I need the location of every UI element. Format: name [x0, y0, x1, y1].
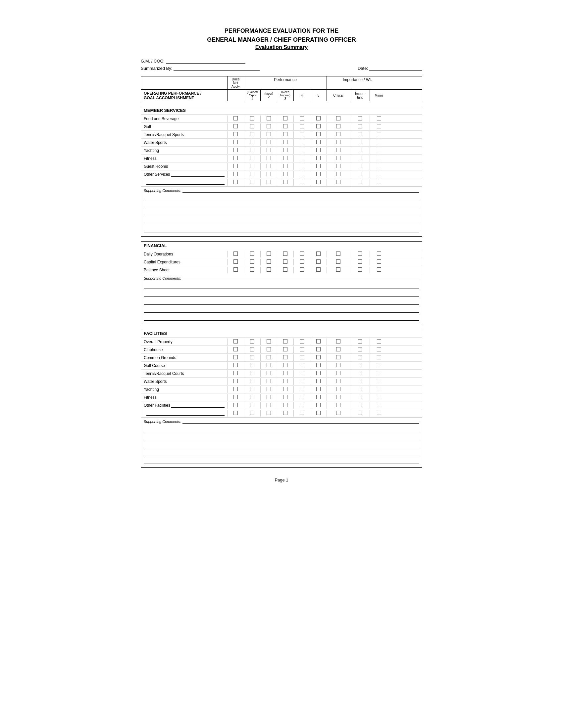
checkbox-cell[interactable] [350, 139, 370, 146]
checkbox-cell[interactable] [327, 155, 350, 162]
checkbox-cell[interactable] [227, 370, 244, 377]
checkbox-cell[interactable] [277, 370, 294, 377]
checkbox-cell[interactable] [310, 163, 327, 170]
checkbox-cell[interactable] [310, 354, 327, 361]
checkbox-cell[interactable] [294, 171, 310, 178]
checkbox-cell[interactable] [260, 362, 277, 369]
checkbox-cell[interactable] [327, 147, 350, 154]
checkbox-cell[interactable] [244, 394, 260, 401]
comment-line[interactable] [144, 218, 419, 225]
checkbox-cell[interactable] [227, 339, 244, 345]
checkbox-cell[interactable] [350, 370, 370, 377]
checkbox-cell[interactable] [350, 123, 370, 130]
checkbox-cell[interactable] [310, 179, 327, 186]
checkbox-cell[interactable] [260, 378, 277, 385]
checkbox-cell[interactable] [370, 139, 388, 146]
checkbox-cell[interactable] [294, 163, 310, 170]
checkbox-cell[interactable] [370, 410, 388, 417]
checkbox-cell[interactable] [277, 115, 294, 122]
checkbox-cell[interactable] [244, 259, 260, 265]
checkbox-cell[interactable] [227, 402, 244, 409]
checkbox-cell[interactable] [294, 394, 310, 401]
checkbox-cell[interactable] [370, 131, 388, 138]
checkbox-cell[interactable] [350, 386, 370, 393]
checkbox-cell[interactable] [370, 354, 388, 361]
checkbox-cell[interactable] [260, 394, 277, 401]
checkbox-cell[interactable] [327, 378, 350, 385]
checkbox-cell[interactable] [327, 346, 350, 353]
checkbox-cell[interactable] [277, 410, 294, 417]
checkbox-cell[interactable] [244, 267, 260, 273]
checkbox-cell[interactable] [350, 179, 370, 186]
checkbox-cell[interactable] [227, 362, 244, 369]
checkbox-cell[interactable] [327, 163, 350, 170]
checkbox-cell[interactable] [260, 163, 277, 170]
checkbox-cell[interactable] [350, 362, 370, 369]
checkbox-cell[interactable] [294, 251, 310, 257]
checkbox-cell[interactable] [227, 267, 244, 273]
checkbox-cell[interactable] [350, 354, 370, 361]
checkbox-cell[interactable] [294, 410, 310, 417]
checkbox-cell[interactable] [227, 394, 244, 401]
checkbox-cell[interactable] [227, 354, 244, 361]
checkbox-cell[interactable] [350, 131, 370, 138]
checkbox-cell[interactable] [310, 402, 327, 409]
checkbox-cell[interactable] [350, 394, 370, 401]
checkbox-cell[interactable] [350, 339, 370, 345]
checkbox-cell[interactable] [294, 179, 310, 186]
checkbox-cell[interactable] [260, 402, 277, 409]
comment-line[interactable] [144, 449, 419, 456]
checkbox-cell[interactable] [327, 370, 350, 377]
checkbox-cell[interactable] [244, 410, 260, 417]
checkbox-cell[interactable] [260, 171, 277, 178]
checkbox-cell[interactable] [370, 179, 388, 186]
checkbox-cell[interactable] [260, 386, 277, 393]
checkbox-cell[interactable] [310, 155, 327, 162]
checkbox-cell[interactable] [310, 386, 327, 393]
checkbox-cell[interactable] [244, 115, 260, 122]
checkbox-cell[interactable] [370, 163, 388, 170]
checkbox-cell[interactable] [350, 155, 370, 162]
checkbox-cell[interactable] [294, 139, 310, 146]
checkbox-cell[interactable] [370, 394, 388, 401]
checkbox-cell[interactable] [327, 394, 350, 401]
checkbox-cell[interactable] [244, 378, 260, 385]
comment-line[interactable] [144, 282, 419, 289]
checkbox-cell[interactable] [277, 139, 294, 146]
checkbox-cell[interactable] [350, 251, 370, 257]
checkbox-cell[interactable] [244, 354, 260, 361]
checkbox-cell[interactable] [350, 147, 370, 154]
checkbox-cell[interactable] [310, 346, 327, 353]
checkbox-cell[interactable] [277, 163, 294, 170]
checkbox-cell[interactable] [310, 370, 327, 377]
checkbox-cell[interactable] [294, 370, 310, 377]
checkbox-cell[interactable] [310, 147, 327, 154]
checkbox-cell[interactable] [277, 378, 294, 385]
checkbox-cell[interactable] [244, 123, 260, 130]
checkbox-cell[interactable] [294, 346, 310, 353]
checkbox-cell[interactable] [227, 378, 244, 385]
checkbox-cell[interactable] [260, 123, 277, 130]
checkbox-cell[interactable] [327, 139, 350, 146]
checkbox-cell[interactable] [294, 386, 310, 393]
checkbox-cell[interactable] [370, 370, 388, 377]
checkbox-cell[interactable] [260, 155, 277, 162]
checkbox-cell[interactable] [350, 267, 370, 273]
checkbox-cell[interactable] [370, 251, 388, 257]
checkbox-cell[interactable] [310, 339, 327, 345]
checkbox-cell[interactable] [310, 171, 327, 178]
comment-line[interactable] [144, 297, 419, 305]
checkbox-cell[interactable] [244, 370, 260, 377]
checkbox-cell[interactable] [260, 251, 277, 257]
checkbox-cell[interactable] [350, 115, 370, 122]
checkbox-cell[interactable] [260, 410, 277, 417]
gm-field[interactable] [166, 58, 245, 64]
checkbox-cell[interactable] [294, 402, 310, 409]
comment-line[interactable] [144, 305, 419, 313]
checkbox-cell[interactable] [310, 267, 327, 273]
comment-line[interactable] [144, 202, 419, 209]
checkbox-cell[interactable] [310, 115, 327, 122]
checkbox-cell[interactable] [294, 123, 310, 130]
checkbox-cell[interactable] [294, 362, 310, 369]
checkbox-cell[interactable] [310, 139, 327, 146]
